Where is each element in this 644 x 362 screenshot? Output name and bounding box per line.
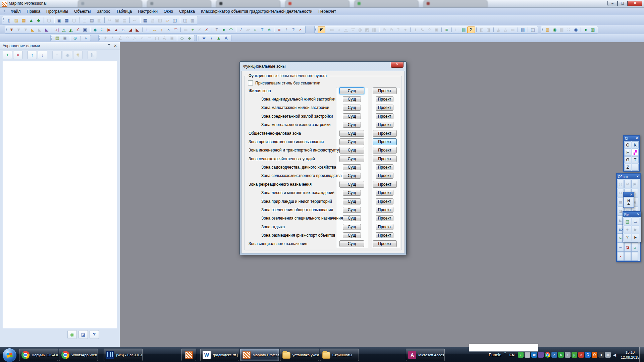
new-redistricter-icon[interactable]: ◫: [171, 17, 178, 23]
show-desktop-button[interactable]: [639, 347, 644, 362]
close-button[interactable]: ✕: [628, 1, 642, 6]
project-button[interactable]: Проект: [373, 130, 397, 137]
statistics-icon[interactable]: Σ: [467, 26, 475, 33]
browser-tab[interactable]: [285, 0, 350, 7]
brush-purple-icon[interactable]: ◣: [43, 27, 50, 33]
mouse-plus-icon[interactable]: +: [565, 352, 571, 358]
flag-red-icon[interactable]: ▶: [106, 27, 113, 33]
save-workspace-icon[interactable]: ▢: [70, 17, 78, 23]
teamviewer-icon[interactable]: ⇄: [531, 352, 537, 358]
legend-cell-icon[interactable]: ▤: [624, 218, 631, 225]
catalog-search-icon[interactable]: ▥: [589, 27, 596, 33]
antivirus-icon[interactable]: ✓: [518, 352, 524, 358]
blank-cell[interactable]: [624, 252, 631, 261]
assign-selected-icon[interactable]: ◨: [485, 27, 492, 33]
move-object-icon[interactable]: ⌂: [120, 27, 127, 33]
arc-green-icon[interactable]: ◠: [227, 27, 234, 33]
existing-button[interactable]: Сущ: [339, 156, 364, 162]
polyline-draw-icon[interactable]: ∠: [116, 35, 124, 41]
arc-red-icon[interactable]: ◁: [53, 27, 60, 33]
existing-button[interactable]: Сущ: [339, 138, 364, 145]
dialog-titlebar[interactable]: Функциональные зоны: [240, 62, 406, 71]
close-table-icon[interactable]: ▢: [45, 17, 53, 23]
palette-close-icon[interactable]: ✕: [637, 213, 640, 216]
angle-red-icon[interactable]: ∠: [74, 27, 82, 33]
open-workspace-icon[interactable]: ▲: [28, 17, 35, 23]
panels-toolbar[interactable]: Panele »: [489, 353, 506, 357]
angle-meas2-icon[interactable]: ∠: [203, 27, 210, 33]
utorrent-icon[interactable]: µ: [572, 352, 577, 358]
workspace-files-icon[interactable]: ▤: [54, 35, 61, 41]
start-button[interactable]: [2, 348, 17, 362]
save-window-icon[interactable]: ▢: [81, 17, 88, 23]
zoom-in-icon[interactable]: ⊕: [381, 27, 388, 33]
existing-button[interactable]: Сущ: [339, 87, 364, 94]
menu-item[interactable]: Таблица: [113, 8, 135, 15]
copy-obj-icon[interactable]: ▣: [631, 180, 638, 188]
zoom-question-icon[interactable]: ?: [395, 27, 402, 33]
clip-region-on-icon[interactable]: ◭: [495, 27, 502, 33]
existing-button[interactable]: Сущ: [343, 122, 361, 128]
ruler-yellow-icon[interactable]: ∟: [144, 27, 151, 33]
save-table-icon[interactable]: ▣: [56, 17, 63, 23]
existing-button[interactable]: Сущ: [343, 207, 361, 213]
existing-button[interactable]: Сущ: [343, 215, 361, 221]
toolbar-help-icon[interactable]: ?: [290, 27, 297, 33]
new-mapper-icon[interactable]: ▧: [149, 17, 156, 23]
existing-button[interactable]: Сущ: [339, 147, 364, 154]
palette-close-icon[interactable]: ✕: [636, 175, 639, 178]
classifier-cell[interactable]: G: [624, 156, 631, 163]
new-browser-icon[interactable]: ▦: [142, 17, 149, 23]
copy-icon[interactable]: ▣: [113, 17, 121, 23]
plus-node-icon[interactable]: +: [189, 27, 196, 33]
project-button[interactable]: Проект: [373, 240, 397, 247]
existing-button[interactable]: Сущ: [339, 181, 364, 188]
tile-windows-icon[interactable]: ◫: [181, 17, 189, 23]
save-copy-icon[interactable]: ▦: [63, 17, 70, 23]
erase-x-icon[interactable]: ×: [617, 252, 624, 261]
sync-icon[interactable]: ↻: [558, 352, 564, 358]
existing-button[interactable]: Сущ: [343, 105, 361, 111]
palette-close-icon[interactable]: ✕: [636, 137, 638, 140]
symbol-style-icon[interactable]: ★: [200, 35, 208, 41]
menu-item[interactable]: Запрос: [94, 8, 113, 15]
existing-button[interactable]: Сущ: [339, 130, 364, 137]
taskbar-clock[interactable]: 15:10 12.08.2015: [621, 350, 639, 360]
style-stamp-icon[interactable]: ▼: [8, 27, 15, 33]
unselect-all-icon[interactable]: ◎: [357, 27, 364, 33]
label-tool-icon[interactable]: ◊: [426, 27, 433, 33]
layer-down-icon[interactable]: ↓: [38, 51, 47, 59]
target-icon[interactable]: ◎: [617, 180, 624, 188]
xy-text-icon[interactable]: T: [259, 27, 266, 33]
menu-item[interactable]: Пересчет: [315, 8, 339, 15]
home-icon[interactable]: ⌂: [631, 243, 638, 252]
menu-item[interactable]: Классификатор объектов градостроительной…: [198, 8, 315, 15]
browser-tab[interactable]: [147, 0, 211, 7]
existing-button[interactable]: Сущ: [343, 190, 361, 196]
region-style-icon[interactable]: ▲: [215, 35, 222, 41]
volume-tray-icon[interactable]: ◀: [612, 352, 618, 358]
set-target-icon[interactable]: ◧: [478, 27, 485, 33]
project-button[interactable]: Проект: [376, 164, 393, 170]
style-stamp-list-icon[interactable]: ▼: [22, 27, 29, 33]
cut-icon[interactable]: ✂: [106, 17, 113, 23]
apply-button[interactable]: ◉: [67, 330, 77, 339]
add-nodes-icon[interactable]: ∷: [99, 27, 106, 33]
open-folder-map-icon[interactable]: ▨: [544, 27, 551, 33]
layer-reorder-icon[interactable]: ⇅: [88, 51, 97, 59]
sphere-green-icon[interactable]: ●: [220, 27, 227, 33]
invert-selection-icon[interactable]: ◩: [364, 27, 371, 33]
north-cell[interactable]: N: [624, 197, 633, 207]
radius-select-icon[interactable]: ○: [335, 27, 342, 33]
select-arrow-icon[interactable]: ◤: [318, 26, 325, 33]
project-button[interactable]: Проект: [373, 181, 397, 188]
project-button[interactable]: Проект: [373, 138, 397, 145]
dialog-close-button[interactable]: ✕: [391, 62, 404, 68]
restore-button[interactable]: ❏: [618, 1, 628, 6]
opera-orange-icon[interactable]: O: [592, 352, 597, 358]
mirror-triangle-icon[interactable]: ▲: [113, 27, 120, 33]
align-icon[interactable]: ↕: [158, 27, 165, 33]
project-button[interactable]: Проект: [373, 156, 397, 162]
project-button[interactable]: Проект: [376, 190, 393, 196]
globe-grid-icon[interactable]: ⊕: [71, 35, 79, 41]
